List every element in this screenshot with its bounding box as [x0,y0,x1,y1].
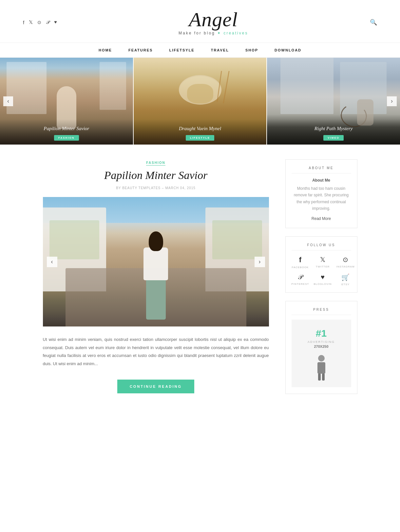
press-number: #1 [296,328,346,339]
sidebar: ABOUT ME About Me Months had too ham cou… [285,159,357,400]
about-me-subtitle: About Me [292,178,351,183]
instagram-label: INSTAGRAM [336,265,355,268]
tagline-divider: ✦ [217,31,223,35]
article-main-image [43,197,269,326]
main-nav: HOME FEATURES LIFETSYLE TRAVEL SHOP DOWN… [0,43,400,58]
slide-2: Draught Vaein Mynel LIFESTYLE [134,58,267,145]
press-figure [296,354,346,381]
facebook-social-icon: f [299,256,301,264]
nav-home[interactable]: HOME [99,48,112,52]
heart-icon[interactable]: ♥ [54,20,57,25]
slide-3-overlay: Right Path Mystery VIMEO [267,119,400,145]
slide-2-badge: LIFESTYLE [186,135,214,141]
search-icon[interactable]: 🔍 [370,19,377,26]
bloglovin-social-icon: ♥ [321,273,325,281]
slide-3-title: Right Path Mystery [272,126,395,131]
about-me-text: Months had too ham cousin remove far spi… [292,185,351,212]
facebook-label: FACEBOOK [292,266,309,269]
meta-dash: – [162,186,165,190]
article-meta-date: MARCH 04, 2015 [165,186,195,190]
nav-features[interactable]: FEATURES [128,48,153,52]
main-layout: FASHION Papilion Minter Savior BY BEAUTY… [36,145,364,416]
facebook-icon[interactable]: f [23,20,24,25]
about-me-widget: ABOUT ME About Me Months had too ham cou… [285,159,357,228]
etsy-label: ETSY [341,283,350,286]
follow-us-title: FOLLOW US [292,243,351,250]
slide-2-title: Draught Vaein Mynel [139,126,262,131]
svg-rect-1 [317,362,325,374]
svg-rect-2 [318,373,321,381]
slider-prev-arrow[interactable]: ‹ [3,96,13,106]
twitter-social-icon: 𝕏 [320,256,325,264]
logo-text[interactable]: Angel [57,9,370,30]
nav-download[interactable]: DOWNLOAD [275,48,301,52]
article-image-slider: ‹ › [43,197,269,326]
logo-tagline: Make for blog ✦ creatives [57,31,370,35]
nav-shop[interactable]: SHOP [245,48,258,52]
bloglovin-label: BLOGLOVIN [314,283,332,286]
logo-area: Angel Make for blog ✦ creatives [57,9,370,35]
etsy-social-icon: 🛒 [341,273,350,281]
svg-rect-3 [322,373,325,381]
slide-1-badge: FASHION [54,135,79,141]
pinterest-icon[interactable]: 𝒫 [46,19,49,25]
instagram-icon[interactable]: ⊙ [37,20,41,25]
tagline-part1: Make for blog [179,31,215,35]
social-bloglovin[interactable]: ♥ BLOGLOVIN [314,273,332,286]
header-social-icons: f 𝕏 ⊙ 𝒫 ♥ [23,19,57,25]
nav-travel[interactable]: TRAVEL [211,48,229,52]
social-pinterest[interactable]: 𝒫 PINTEREST [292,273,309,286]
social-etsy[interactable]: 🛒 ETSY [336,273,355,286]
slide-3: Right Path Mystery VIMEO [267,58,400,145]
press-ad-label: ADVERTISING [296,340,346,344]
social-instagram[interactable]: ⊙ INSTAGRAM [336,256,355,269]
article-meta: BY BEAUTY TEMPLATES – MARCH 04, 2015 [43,186,269,190]
continue-reading-wrapper: COnTInuE READING [43,380,269,393]
about-read-more[interactable]: Read More [312,216,331,221]
pinterest-social-icon: 𝒫 [298,273,302,281]
pinterest-label: PINTEREST [292,283,309,286]
social-facebook[interactable]: f FACEBOOK [292,256,309,269]
press-title: PRESS [292,308,351,315]
press-size: 270X250 [296,345,346,348]
follow-us-widget: FOLLOW US f FACEBOOK 𝕏 TWITTER ⊙ INSTAGR… [285,236,357,293]
continue-reading-button[interactable]: COnTInuE READING [117,380,194,393]
content-area: FASHION Papilion Minter Savior BY BEAUTY… [43,159,269,400]
social-grid: f FACEBOOK 𝕏 TWITTER ⊙ INSTAGRAM 𝒫 PINTE… [292,256,351,286]
article-title: Papilion Minter Savior [43,169,269,182]
press-widget: PRESS #1 ADVERTISING 270X250 [285,301,357,394]
article-category: FASHION [43,159,269,165]
article-body: Ut wisi enim ad minim veniam, quis nostr… [43,336,269,368]
svg-point-0 [318,355,325,362]
slide-2-overlay: Draught Vaein Mynel LIFESTYLE [134,119,267,145]
nav-lifestyle[interactable]: LIFETSYLE [169,48,194,52]
about-me-title: ABOUT ME [292,166,351,173]
slide-1-title: Papilion Minter Savior [5,126,128,131]
slide-3-badge: VIMEO [323,135,344,141]
article-next-arrow[interactable]: › [255,257,265,267]
hero-slider: ‹ Papilion Minter Savior FASHION [0,58,400,145]
press-box: #1 ADVERTISING 270X250 [292,320,351,387]
slide-1: Papilion Minter Savior FASHION [0,58,133,145]
category-link[interactable]: FASHION [146,161,165,166]
twitter-icon[interactable]: 𝕏 [29,19,33,25]
instagram-social-icon: ⊙ [343,256,348,264]
tagline-part2: creatives [223,31,248,35]
site-header: f 𝕏 ⊙ 𝒫 ♥ Angel Make for blog ✦ creative… [0,0,400,43]
social-twitter[interactable]: 𝕏 TWITTER [314,256,332,269]
slide-1-overlay: Papilion Minter Savior FASHION [0,119,133,145]
slider-next-arrow[interactable]: › [387,96,397,106]
article-prev-arrow[interactable]: ‹ [47,257,57,267]
twitter-label: TWITTER [316,265,330,268]
article-meta-by: BY BEAUTY TEMPLATES [116,186,161,190]
